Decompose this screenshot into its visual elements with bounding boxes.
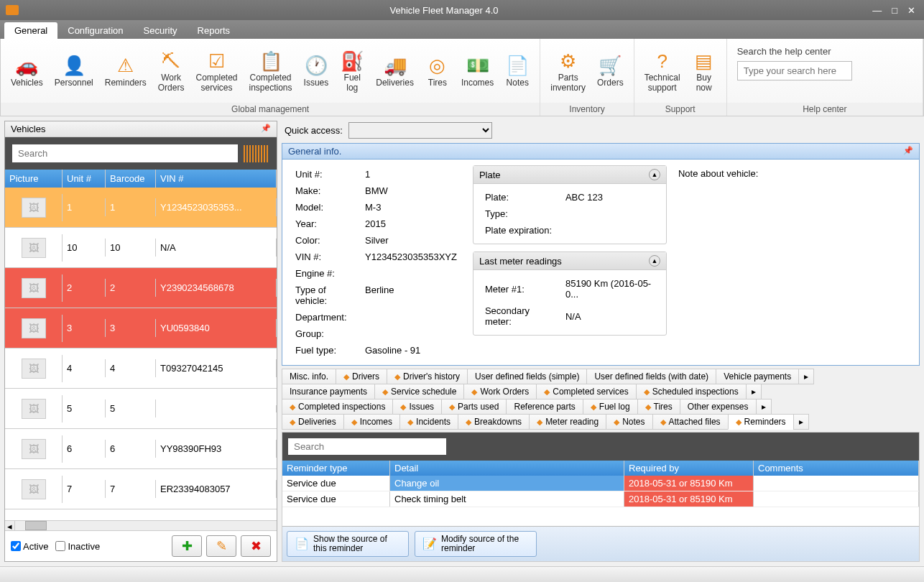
active-checkbox[interactable]: Active: [11, 541, 48, 552]
detail-tab-driver-s-history[interactable]: ◆Driver's history: [387, 369, 468, 384]
close-button[interactable]: ✕: [907, 5, 915, 16]
tab-security[interactable]: Security: [134, 22, 188, 39]
detail-tab-completed-inspections[interactable]: ◆Completed inspections: [282, 399, 393, 415]
detail-tab-deliveries[interactable]: ◆Deliveries: [282, 414, 344, 430]
ribbon-vehicles[interactable]: 🚗Vehicles: [5, 51, 49, 91]
vehicle-row[interactable]: 🖼77ER23394083057: [5, 469, 277, 509]
detail-tab-completed-services[interactable]: ◆Completed services: [536, 384, 636, 399]
vehicle-row[interactable]: 🖼1010N/A: [5, 228, 277, 268]
ribbon-work-orders[interactable]: ⛏WorkOrders: [152, 46, 190, 95]
status-bar: [0, 566, 924, 582]
ribbon-group-support: Support: [634, 103, 726, 116]
maximize-button[interactable]: □: [892, 5, 897, 16]
detail-tab-misc-info-[interactable]: Misc. info.: [282, 369, 336, 384]
vehicles-search-input[interactable]: [12, 144, 238, 162]
ribbon-group-inventory: Inventory: [540, 103, 633, 116]
help-search-input[interactable]: [737, 61, 852, 80]
tab-icon: ◆: [645, 402, 651, 412]
ribbon-completed-services[interactable]: ☑Completedservices: [190, 46, 243, 95]
quick-access-select[interactable]: [348, 122, 492, 139]
vehicle-thumb-icon: 🖼: [22, 439, 46, 459]
reminders-search-input[interactable]: [288, 438, 446, 455]
pin-icon[interactable]: 📌: [261, 124, 271, 134]
barcode-icon[interactable]: [244, 145, 269, 162]
vehicle-thumb-icon: 🖼: [22, 198, 46, 218]
help-search-label: Search the help center: [737, 46, 913, 57]
ribbon-reminders[interactable]: ⚠Reminders: [99, 51, 152, 91]
delete-button[interactable]: ✖: [241, 535, 271, 557]
detail-tab-notes[interactable]: ◆Notes: [606, 414, 652, 430]
tab-icon: ◆: [400, 402, 406, 412]
detail-tab-vehicle-payments[interactable]: Vehicle payments: [716, 369, 799, 384]
detail-tab-issues[interactable]: ◆Issues: [392, 399, 442, 415]
tab-nav[interactable]: ▸: [756, 399, 772, 415]
tab-nav[interactable]: ▸: [793, 414, 809, 430]
ribbon-orders[interactable]: 🛒Orders: [591, 51, 629, 91]
tab-icon: ◆: [290, 402, 295, 412]
detail-tab-fuel-log[interactable]: ◆Fuel log: [583, 399, 638, 415]
modify-source-button[interactable]: 📝Modify source of the reminder: [415, 531, 537, 557]
collapse-icon[interactable]: ▲: [649, 255, 660, 267]
detail-tab-tires[interactable]: ◆Tires: [637, 399, 680, 415]
tab-configuration[interactable]: Configuration: [57, 22, 133, 39]
ribbon-notes[interactable]: 📄Notes: [499, 51, 535, 91]
vehicle-row[interactable]: 🖼22Y2390234568678: [5, 268, 277, 308]
detail-tab-user-defined-fields-with-date-[interactable]: User defined fields (with date): [586, 369, 716, 384]
pin-icon[interactable]: 📌: [903, 146, 913, 157]
vehicle-row[interactable]: 🖼11Y1234523035353...: [5, 188, 277, 228]
detail-tab-reference-parts[interactable]: Reference parts: [506, 399, 583, 415]
ribbon-buy-now[interactable]: ▤Buynow: [686, 46, 722, 95]
vehicle-row[interactable]: 🖼55: [5, 389, 277, 429]
vehicles-hscroll[interactable]: ◂: [5, 520, 277, 530]
tab-general[interactable]: General: [4, 22, 57, 39]
ribbon-parts-inventory[interactable]: ⚙Partsinventory: [545, 46, 591, 95]
detail-tab-incomes[interactable]: ◆Incomes: [343, 414, 400, 430]
detail-tab-user-defined-fields-simple-[interactable]: User defined fields (simple): [467, 369, 587, 384]
vehicle-thumb-icon: 🖼: [22, 238, 46, 258]
app-logo-icon: [6, 5, 19, 15]
minimize-button[interactable]: —: [872, 5, 882, 16]
detail-tab-other-expenses[interactable]: Other expenses: [680, 399, 757, 415]
ribbon-technical-support[interactable]: ?Technicalsupport: [639, 46, 686, 95]
reminder-row[interactable]: Service dueCheck timing belt2018-05-31 o…: [282, 491, 919, 507]
vehicle-row[interactable]: 🖼44T09327042145: [5, 348, 277, 389]
detail-tab-meter-reading[interactable]: ◆Meter reading: [529, 414, 606, 430]
vehicles-table-header: Picture Unit # Barcode VIN #: [5, 170, 277, 188]
vehicle-row[interactable]: 🖼33YU0593840: [5, 308, 277, 348]
vehicle-thumb-icon: 🖼: [22, 479, 46, 499]
detail-tab-service-schedule[interactable]: ◆Service schedule: [374, 384, 464, 399]
plate-panel: Plate▲ Plate:ABC 123 Type: Plate expirat…: [473, 165, 667, 244]
detail-tab-breakdowns[interactable]: ◆Breakdowns: [458, 414, 530, 430]
add-button[interactable]: ✚: [172, 535, 202, 557]
detail-tab-work-orders[interactable]: ◆Work Orders: [463, 384, 537, 399]
ribbon-fuel-log[interactable]: ⛽Fuellog: [334, 46, 370, 95]
ribbon-incomes[interactable]: 💵Incomes: [456, 51, 499, 91]
tab-icon: ◆: [614, 417, 619, 427]
detail-tab-scheduled-inspections[interactable]: ◆Scheduled inspections: [636, 384, 747, 399]
tab-nav[interactable]: ▸: [798, 369, 814, 384]
detail-tab-insurance-payments[interactable]: Insurance payments: [282, 384, 375, 399]
detail-tab-reminders[interactable]: ◆Reminders: [728, 414, 794, 430]
vehicle-row[interactable]: 🖼66YY98390FH93: [5, 429, 277, 469]
detail-tab-parts-used[interactable]: ◆Parts used: [441, 399, 507, 415]
edit-button[interactable]: ✎: [206, 535, 236, 557]
detail-tab-attached-files[interactable]: ◆Attached files: [652, 414, 729, 430]
vehicle-fields: Unit #:1 Make:BMW Model:M-3 Year:2015 Co…: [291, 165, 461, 359]
ribbon-personnel[interactable]: 👤Personnel: [49, 51, 99, 91]
detail-tab-incidents[interactable]: ◆Incidents: [399, 414, 458, 430]
tab-nav[interactable]: ▸: [746, 384, 762, 399]
inactive-checkbox[interactable]: Inactive: [55, 541, 100, 552]
ribbon-completed-inspections[interactable]: 📋Completedinspections: [244, 46, 298, 95]
ribbon-icon: 📄: [506, 54, 529, 78]
ribbon-issues[interactable]: 🕐Issues: [298, 51, 335, 91]
ribbon-tires[interactable]: ◎Tires: [420, 51, 456, 91]
reminder-row[interactable]: Service dueChange oil2018-05-31 or 85190…: [282, 476, 919, 491]
ribbon-deliveries[interactable]: 🚚Deliveries: [370, 51, 420, 91]
ribbon-icon: ◎: [429, 54, 445, 78]
collapse-icon[interactable]: ▲: [649, 169, 660, 180]
tab-reports[interactable]: Reports: [188, 22, 241, 39]
show-source-button[interactable]: 📄Show the source of this reminder: [287, 531, 409, 557]
tab-icon: ◆: [343, 372, 349, 382]
detail-tab-drivers[interactable]: ◆Drivers: [336, 369, 387, 384]
tab-icon: ◆: [537, 417, 542, 427]
